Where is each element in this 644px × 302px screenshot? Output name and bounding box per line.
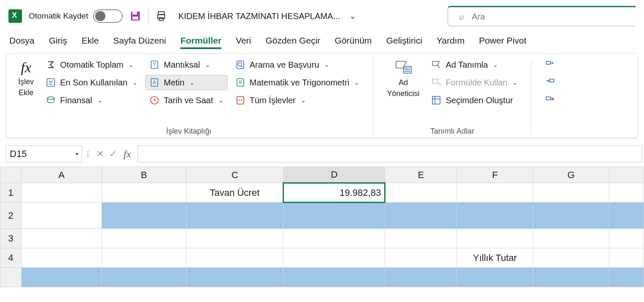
autosum-button[interactable]: Otomatik Toplam ⌄ [41,57,142,72]
search-input[interactable] [472,12,625,22]
cell-B3[interactable] [102,229,186,248]
cell-G2[interactable] [533,203,609,229]
logical-button[interactable]: ? Mantıksal ⌄ [145,57,228,72]
cell-F1[interactable] [457,183,533,203]
cell-A2[interactable] [21,203,102,229]
cell-E3[interactable] [385,229,457,248]
tab-sayfa-duzeni[interactable]: Sayfa Düzeni [113,36,166,49]
row-1[interactable]: 1 [0,183,22,203]
cell-H4[interactable] [609,248,644,268]
datetime-button[interactable]: Tarih ve Saat ⌄ [145,93,228,108]
tab-ekle[interactable]: Ekle [82,36,99,49]
tab-gorunum[interactable]: Görünüm [335,36,372,49]
cell-A3[interactable] [21,229,102,248]
autosum-label: Otomatik Toplam [60,60,124,70]
col-G[interactable]: G [533,167,609,183]
save-icon[interactable] [129,10,141,22]
cell-B2[interactable] [102,203,186,229]
print-icon[interactable] [155,10,167,22]
cell-G1[interactable] [533,183,609,203]
remove-arrows-button[interactable] [541,93,559,108]
math-button[interactable]: θ Matematik ve Trigonometri ⌄ [231,75,364,90]
col-A[interactable]: A [21,167,102,183]
row-3[interactable]: 3 [0,229,22,248]
cell-C4[interactable] [186,248,283,268]
cell-D4[interactable] [283,248,385,268]
cell-H1[interactable] [609,183,644,203]
tab-formuller[interactable]: Formüller [180,36,221,49]
cell-H3[interactable] [609,229,644,248]
filename[interactable]: KIDEM İHBAR TAZMİNATI HESAPLAMA... [178,11,340,21]
cell-D3[interactable] [283,229,385,248]
cell-F2[interactable] [457,203,533,229]
cell-B5[interactable] [102,268,186,287]
tab-power-pivot[interactable]: Power Pivot [479,36,526,49]
row-5[interactable] [0,268,22,287]
cell-F3[interactable] [457,229,533,248]
tab-gelistirici[interactable]: Geliştirici [386,36,422,49]
chevron-down-icon[interactable]: ⌄ [350,11,356,21]
svg-text:fx: fx [438,82,441,87]
col-H[interactable] [609,167,644,183]
row-4[interactable]: 4 [0,248,22,268]
name-manager-button[interactable]: Ad Yöneticisi [383,57,424,101]
search-box[interactable]: ⌕ [448,6,636,26]
tab-gozden-gecir[interactable]: Gözden Geçir [266,36,321,49]
cell-E2[interactable] [385,203,457,229]
col-C[interactable]: C [186,167,283,183]
cell-B1[interactable] [102,183,186,203]
cell-D1[interactable]: 19.982,83 [283,183,385,203]
cell-F5[interactable] [457,268,533,287]
name-box-value: D15 [10,148,27,159]
name-box[interactable]: D15 ▾ [6,146,82,162]
autosave-toggle[interactable] [93,9,123,23]
cell-G4[interactable] [533,248,609,268]
col-B[interactable]: B [102,167,186,183]
cell-H5[interactable] [609,268,644,287]
cell-C3[interactable] [186,229,283,248]
spreadsheet-grid[interactable]: A B C D E F G 1 Tavan Ücret 19.982,83 2 … [0,167,644,287]
cell-C5[interactable] [186,268,283,287]
recent-button[interactable]: En Son Kullanılan ⌄ [41,75,142,90]
cell-A1[interactable] [21,183,102,203]
cell-E5[interactable] [385,268,457,287]
cell-A4[interactable] [21,248,102,268]
tab-dosya[interactable]: Dosya [9,36,35,49]
tab-yardim[interactable]: Yardım [437,36,465,49]
cell-G3[interactable] [533,229,609,248]
tab-giris[interactable]: Giriş [49,36,67,49]
cell-D5[interactable] [283,268,385,287]
fbar-dots[interactable]: ⋮ [82,150,94,158]
cell-C1[interactable]: Tavan Ücret [186,183,283,203]
cell-E4[interactable] [385,248,457,268]
create-from-selection-button[interactable]: Seçimden Oluştur [427,93,522,108]
cell-H2[interactable] [609,203,644,229]
col-E[interactable]: E [385,167,457,183]
trace-precedents-button[interactable] [541,57,559,72]
cell-C2[interactable] [186,203,283,229]
cell-F4[interactable]: Yıllık Tutar [457,248,533,268]
text-button[interactable]: A Metin ⌄ [145,75,228,90]
name-manager-label-2: Yöneticisi [387,89,419,99]
svg-point-13 [238,63,242,66]
select-all-corner[interactable] [0,167,22,183]
cell-D2[interactable] [283,203,385,229]
more-functions-button[interactable]: Tüm İşlevler ⌄ [231,93,364,108]
col-D[interactable]: D [283,167,385,183]
row-2[interactable]: 2 [0,203,22,229]
col-F[interactable]: F [457,167,533,183]
cell-B4[interactable] [102,248,186,268]
cell-A5[interactable] [21,268,102,287]
define-name-button[interactable]: Ad Tanımla ⌄ [427,57,522,72]
fx-icon[interactable]: fx [119,148,135,160]
formula-input[interactable] [138,146,642,162]
trace-dependents-button[interactable] [541,75,559,90]
financial-button[interactable]: Finansal ⌄ [41,93,142,108]
chevron-down-icon[interactable]: ▾ [76,151,78,157]
search-icon: ⌕ [459,12,464,22]
lookup-button[interactable]: Arama ve Başvuru ⌄ [231,57,364,72]
insert-function-button[interactable]: fx İşlev Ekle [14,57,38,100]
cell-E1[interactable] [385,183,457,203]
tab-veri[interactable]: Veri [236,36,251,49]
cell-G5[interactable] [533,268,609,287]
